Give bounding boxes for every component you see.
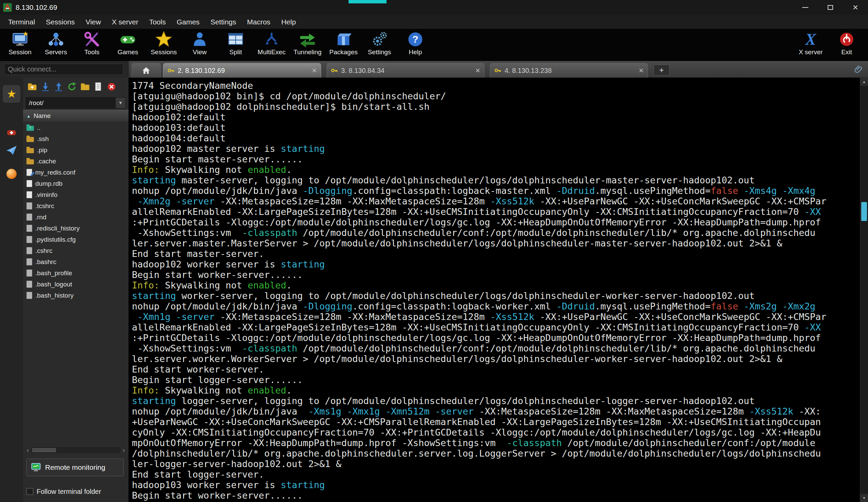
scrollbar-thumb[interactable] <box>32 448 56 452</box>
column-header-name[interactable]: ▲ Name <box>23 110 128 122</box>
sftp-panel-button[interactable] <box>3 165 20 183</box>
toolbar-packages-button[interactable]: Packages <box>326 31 361 56</box>
menu-settings[interactable]: Settings <box>205 18 242 26</box>
remote-monitoring-button[interactable]: Remote monitoring <box>27 459 124 476</box>
file-row[interactable]: .rediscli_history <box>23 223 128 234</box>
scroll-right-icon[interactable]: › <box>120 447 127 454</box>
menu-bar: Terminal Sessions View X server Tools Ga… <box>0 15 868 29</box>
tab-close-icon[interactable]: × <box>475 66 480 75</box>
toolbar-tools-button[interactable]: Tools <box>74 31 110 56</box>
follow-terminal-checkbox[interactable] <box>27 488 33 495</box>
new-tab-button[interactable]: + <box>654 65 669 76</box>
file-row[interactable]: .bash_logout <box>23 279 128 290</box>
scrollbar-track[interactable] <box>31 448 120 453</box>
file-row[interactable]: dump.rdb <box>23 178 128 189</box>
toolbar-multiexec-button[interactable]: MultiExec <box>254 31 290 56</box>
toolbar-settings-button[interactable]: Settings <box>361 31 397 56</box>
file-row[interactable]: .bashrc <box>23 256 128 268</box>
file-row[interactable]: .viminfo <box>23 189 128 200</box>
file-row[interactable]: .bash_profile <box>23 268 128 279</box>
sessions-panel-button[interactable]: ★ <box>3 85 20 103</box>
menu-terminal[interactable]: Terminal <box>3 18 40 26</box>
path-dropdown[interactable]: /root/ ▼ <box>26 97 126 108</box>
key-icon <box>331 67 338 74</box>
games-icon <box>119 31 137 48</box>
new-file-button[interactable] <box>93 82 103 92</box>
tab-home[interactable] <box>132 63 161 77</box>
file-row[interactable]: .cshrc <box>23 245 128 256</box>
sidebar-horizontal-scrollbar: ‹ › <box>24 447 127 454</box>
menu-tools[interactable]: Tools <box>144 18 171 26</box>
file-edit-icon <box>27 169 32 176</box>
tab-close-icon[interactable]: × <box>312 66 317 75</box>
maximize-button[interactable] <box>818 0 843 15</box>
terminal-line: -Xmn2g -server -XX:MetaspaceSize=128m -X… <box>132 196 860 207</box>
menu-view[interactable]: View <box>80 18 106 26</box>
quick-connect-input[interactable] <box>4 64 123 75</box>
terminal-line: Info: Skywalking not enabled. <box>132 164 860 175</box>
tab-session-3[interactable]: 3. 8.130.84.34 × <box>327 63 485 77</box>
macros-panel-button[interactable] <box>3 142 20 159</box>
toolbar-help-button[interactable]: ? Help <box>397 31 433 56</box>
upload-button[interactable] <box>54 82 64 92</box>
tab-session-2[interactable]: 2. 8.130.102.69 × <box>163 63 321 77</box>
terminal-line: hadoop102 master server is starting <box>132 143 860 154</box>
terminal-scrollbar-thumb[interactable] <box>861 202 867 221</box>
terminal-output[interactable]: 1774 SecondaryNameNode[atguigu@hadoop102… <box>129 77 860 502</box>
file-row[interactable]: .rnd <box>23 211 128 223</box>
file-row[interactable]: .tcshrc <box>23 200 128 211</box>
toolbar-exit-button[interactable]: Exit <box>829 31 865 56</box>
tools-panel-button[interactable] <box>3 124 20 142</box>
file-row[interactable]: .ssh <box>23 133 128 144</box>
toolbar-games-button[interactable]: Games <box>110 31 146 56</box>
file-row[interactable]: .bash_history <box>23 290 128 301</box>
toolbar-session-button[interactable]: Session <box>2 31 38 56</box>
menu-macros[interactable]: Macros <box>242 18 276 26</box>
svg-text:?: ? <box>412 34 418 45</box>
scroll-left-icon[interactable]: ‹ <box>24 447 31 454</box>
file-row[interactable]: .pydistutils.cfg <box>23 234 128 245</box>
toolbar-tunneling-button[interactable]: Tunneling <box>290 31 326 56</box>
toolbar-view-button[interactable]: View <box>182 31 218 56</box>
file-row[interactable]: my_redis.conf <box>23 167 128 178</box>
toolbar-xserver-button[interactable]: X X server <box>793 31 829 56</box>
menu-games[interactable]: Games <box>171 18 205 26</box>
file-row[interactable]: .cache <box>23 156 128 167</box>
multiexec-icon <box>263 31 280 48</box>
close-button[interactable]: × <box>843 0 868 15</box>
menu-sessions[interactable]: Sessions <box>40 18 80 26</box>
menu-xserver[interactable]: X server <box>106 18 144 26</box>
terminal-line: End start master-server. <box>132 249 860 259</box>
scroll-down-icon[interactable]: ▼ <box>860 494 868 502</box>
terminal-line: hadoop102:default <box>132 112 860 122</box>
file-browser-toolbar <box>23 77 128 96</box>
scroll-up-icon[interactable]: ▲ <box>860 77 868 86</box>
paperclip-icon[interactable] <box>854 64 864 75</box>
follow-terminal-row: Follow terminal folder <box>27 487 101 496</box>
menu-help[interactable]: Help <box>276 18 301 26</box>
tab-session-4[interactable]: 4. 8.130.13.238 × <box>490 63 648 77</box>
terminal-line: starting logger-server, logging to /opt/… <box>132 396 860 406</box>
file-row[interactable]: .pip <box>23 144 128 156</box>
toolbar-split-button[interactable]: Split <box>218 31 254 56</box>
stop-button[interactable] <box>106 82 117 92</box>
toolbar-sessions-button[interactable]: Sessions <box>146 31 182 56</box>
path-row: /root/ ▼ <box>23 96 128 110</box>
file-icon <box>27 270 32 276</box>
view-icon <box>191 31 208 48</box>
terminal-line: hadoop102 worker server is starting <box>132 259 860 270</box>
refresh-button[interactable] <box>67 82 77 92</box>
file-row[interactable]: .. <box>23 122 128 133</box>
dropdown-arrow-icon[interactable]: ▼ <box>115 98 125 108</box>
folder-button[interactable] <box>80 82 90 92</box>
terminal-line: Begin start worker-server...... <box>132 270 860 280</box>
toolbar-servers-button[interactable]: Servers <box>38 31 74 56</box>
tab-close-icon[interactable]: × <box>639 66 643 75</box>
folder-up-button[interactable] <box>27 82 37 92</box>
minimize-button[interactable] <box>793 0 818 15</box>
terminal-line: ler.server.master.MasterServer > /opt/mo… <box>132 238 860 249</box>
download-button[interactable] <box>40 82 51 92</box>
globe-icon <box>7 169 17 179</box>
terminal-line: cyOnly -XX:CMSInitiatingOccupancyFractio… <box>132 427 860 438</box>
terminal-line: ler-logger-server-hadoop102.out 2>&1 & <box>132 459 860 469</box>
